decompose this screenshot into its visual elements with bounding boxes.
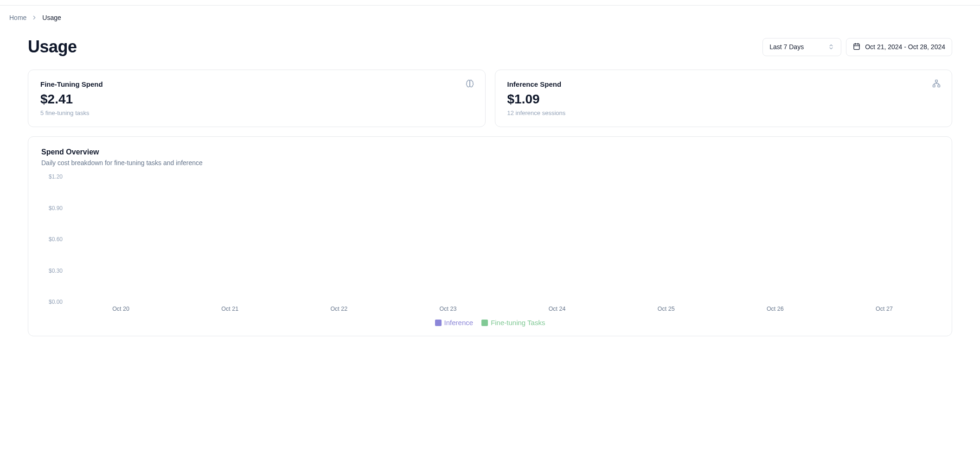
card-value: $2.41 [40, 92, 473, 107]
main-container: Usage Last 7 Days Oct 21, 2024 - Oct 28,… [0, 37, 980, 355]
x-tick-label: Oct 27 [830, 306, 939, 312]
breadcrumb: Home Usage [0, 6, 980, 28]
chevron-right-icon [31, 14, 38, 21]
svg-rect-0 [854, 44, 859, 49]
y-tick-label: $0.00 [49, 299, 63, 305]
chart-plot: Oct 20Oct 21Oct 22Oct 23Oct 24Oct 25Oct … [66, 177, 939, 312]
page-title: Usage [28, 37, 77, 57]
x-tick-label: Oct 25 [612, 306, 721, 312]
card-subtext: 12 inference sessions [507, 109, 940, 116]
fine-tuning-spend-card: Fine-Tuning Spend $2.41 5 fine-tuning ta… [28, 70, 486, 127]
x-tick-label: Oct 26 [721, 306, 830, 312]
breadcrumb-current: Usage [42, 14, 61, 21]
network-icon [932, 79, 941, 89]
chart-subtitle: Daily cost breakdown for fine-tuning tas… [41, 159, 939, 167]
chart-y-axis: $1.20$0.90$0.60$0.30$0.00 [41, 177, 66, 302]
header-controls: Last 7 Days Oct 21, 2024 - Oct 28, 2024 [762, 38, 952, 56]
y-tick-label: $0.30 [49, 268, 63, 274]
legend-swatch-icon [481, 320, 488, 326]
chart-area: $1.20$0.90$0.60$0.30$0.00 Oct 20Oct 21Oc… [41, 177, 939, 312]
range-select[interactable]: Last 7 Days [762, 38, 841, 56]
card-value: $1.09 [507, 92, 940, 107]
spend-overview-chart-card: Spend Overview Daily cost breakdown for … [28, 136, 952, 336]
x-tick-label: Oct 22 [284, 306, 393, 312]
card-title: Inference Spend [507, 80, 940, 88]
legend-item-inference[interactable]: Inference [435, 319, 474, 327]
x-tick-label: Oct 23 [393, 306, 502, 312]
y-tick-label: $1.20 [49, 173, 63, 180]
date-range-picker[interactable]: Oct 21, 2024 - Oct 28, 2024 [846, 38, 952, 56]
y-tick-label: $0.90 [49, 205, 63, 211]
page-header-row: Usage Last 7 Days Oct 21, 2024 - Oct 28,… [28, 37, 952, 57]
y-tick-label: $0.60 [49, 236, 63, 243]
x-tick-label: Oct 24 [503, 306, 612, 312]
legend-label: Inference [444, 319, 474, 327]
calendar-icon [853, 43, 860, 51]
top-divider [0, 0, 980, 6]
chart-x-axis: Oct 20Oct 21Oct 22Oct 23Oct 24Oct 25Oct … [66, 306, 939, 312]
select-caret-icon [828, 44, 834, 50]
chart-legend: Inference Fine-tuning Tasks [41, 319, 939, 327]
inference-spend-card: Inference Spend $1.09 12 inference sessi… [495, 70, 953, 127]
date-range-value: Oct 21, 2024 - Oct 28, 2024 [865, 43, 945, 51]
chart-bars [66, 177, 939, 302]
legend-swatch-icon [435, 320, 442, 326]
card-title: Fine-Tuning Spend [40, 80, 473, 88]
x-tick-label: Oct 20 [66, 306, 175, 312]
legend-label: Fine-tuning Tasks [491, 319, 545, 327]
range-select-value: Last 7 Days [769, 43, 804, 51]
summary-cards-row: Fine-Tuning Spend $2.41 5 fine-tuning ta… [28, 70, 952, 127]
x-tick-label: Oct 21 [175, 306, 284, 312]
chart-title: Spend Overview [41, 148, 939, 156]
legend-item-finetune[interactable]: Fine-tuning Tasks [481, 319, 545, 327]
brain-icon [466, 79, 474, 89]
card-subtext: 5 fine-tuning tasks [40, 109, 473, 116]
breadcrumb-home-link[interactable]: Home [9, 14, 26, 21]
